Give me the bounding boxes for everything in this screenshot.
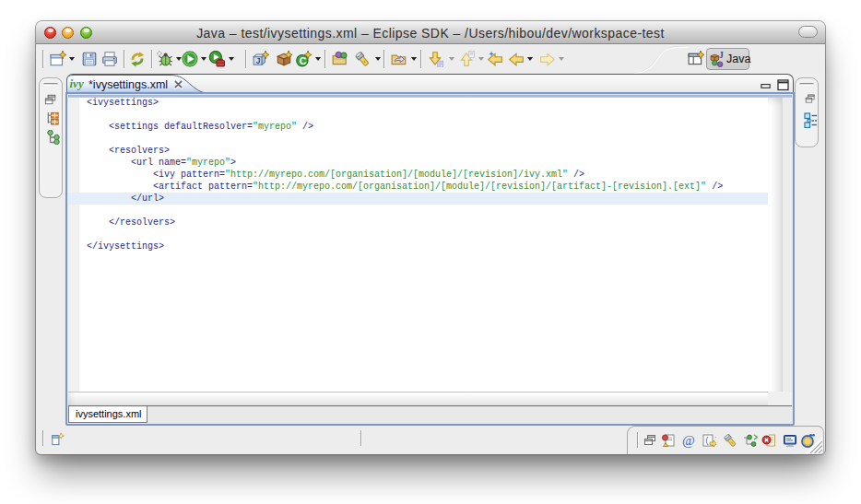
svg-text:ivy: ivy [70, 76, 84, 90]
